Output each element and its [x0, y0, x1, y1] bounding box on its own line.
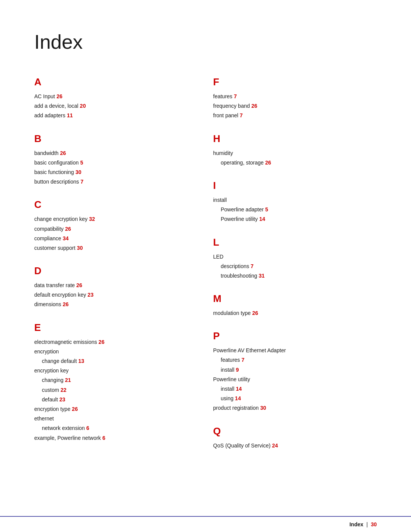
entry-text: electromagnetic emissions [34, 339, 99, 345]
index-entry: basic functioning 30 [34, 168, 198, 177]
entry-text: add a device, local [34, 103, 80, 109]
index-entry: add adapters 11 [34, 111, 198, 120]
section-q: QQoS (Quality of Service) 24 [213, 425, 377, 451]
index-columns: AAC Input 26add a device, local 20add ad… [34, 76, 377, 463]
index-entry: modulation type 26 [213, 308, 377, 318]
entry-page-num: 14 [235, 395, 241, 401]
entry-page-num: 26 [72, 406, 78, 412]
section-letter: I [213, 180, 377, 192]
entry-page-num: 5 [265, 206, 268, 212]
entry-page-num: 20 [80, 103, 86, 109]
entry-text: Powerline utility [213, 376, 250, 382]
page-footer: Index | 30 [0, 516, 411, 532]
section-m: Mmodulation type 26 [213, 293, 377, 318]
entry-text: encryption [34, 348, 59, 355]
entry-page-num: 26 [252, 310, 258, 316]
entry-page-num: 11 [67, 112, 73, 118]
entry-page-num: 26 [76, 282, 83, 288]
index-entry: AC Input 26 [34, 92, 198, 101]
section-letter: A [34, 76, 198, 88]
entry-page-num: 13 [78, 358, 84, 364]
entry-page-num: 7 [240, 112, 243, 118]
index-entry: encryption key [34, 366, 198, 375]
index-entry: ethernet [34, 414, 198, 423]
entry-page-num: 34 [63, 235, 69, 241]
entry-page-num: 30 [260, 405, 266, 411]
section-d: Ddata transfer rate 26default encryption… [34, 265, 198, 310]
entry-text: compatibility [34, 226, 65, 232]
index-entry: encryption [34, 347, 198, 356]
section-c: Cchange encryption key 32compatibility 2… [34, 199, 198, 253]
entry-text: Powerline adapter [221, 206, 265, 212]
index-entry: basic configuration 5 [34, 158, 198, 168]
section-a: AAC Input 26add a device, local 20add ad… [34, 76, 198, 121]
entry-text: compliance [34, 235, 63, 241]
entry-text: changing [42, 377, 65, 383]
entry-text: dimensions [34, 301, 63, 307]
entry-text: install [221, 386, 236, 392]
entry-page-num: 26 [65, 226, 71, 232]
entry-text: features [213, 93, 234, 99]
page-title: Index [34, 30, 377, 53]
entry-text: front panel [213, 112, 240, 118]
section-f: Ffeatures 7frequency band 26front panel … [213, 76, 377, 121]
section-letter: Q [213, 425, 377, 437]
entry-page-num: 14 [236, 386, 242, 392]
page: Index AAC Input 26add a device, local 20… [0, 0, 411, 532]
index-entry: customer support 30 [34, 243, 198, 253]
entry-text: features [221, 357, 241, 363]
index-entry: add a device, local 20 [34, 101, 198, 111]
entry-text: descriptions [221, 263, 251, 269]
entry-page-num: 26 [265, 160, 271, 166]
entry-text: change default [42, 358, 78, 364]
entry-page-num: 26 [251, 103, 257, 109]
entry-text: basic configuration [34, 160, 80, 166]
entry-page-num: 23 [59, 396, 65, 403]
section-letter: P [213, 330, 377, 342]
entry-text: data transfer rate [34, 282, 76, 288]
entry-text: humidity [213, 150, 233, 156]
section-h: Hhumidityoperating, storage 26 [213, 133, 377, 168]
section-letter: H [213, 133, 377, 145]
section-p: PPowerline AV Ethernet Adapterfeatures 7… [213, 330, 377, 413]
index-entry: data transfer rate 26 [34, 281, 198, 290]
footer-pipe: | [366, 521, 368, 527]
entry-text: basic functioning [34, 169, 75, 175]
section-letter: C [34, 199, 198, 211]
section-b: Bbandwidth 26basic configuration 5basic … [34, 133, 198, 187]
index-entry: troubleshooting 31 [213, 271, 377, 281]
left-column: AAC Input 26add a device, local 20add ad… [34, 76, 198, 463]
index-entry: dimensions 26 [34, 300, 198, 309]
index-entry: custom 22 [34, 385, 198, 395]
entry-page-num: 6 [102, 435, 105, 441]
index-entry: compatibility 26 [34, 224, 198, 234]
index-entry: example, Powerline network 6 [34, 433, 198, 443]
entry-text: AC Input [34, 93, 56, 99]
entry-text: install [213, 197, 227, 203]
entry-page-num: 26 [60, 150, 66, 156]
entry-page-num: 30 [77, 245, 83, 251]
index-entry: features 7 [213, 355, 377, 365]
index-entry: Powerline utility 14 [213, 214, 377, 224]
section-letter: D [34, 265, 198, 277]
entry-text: encryption type [34, 406, 72, 412]
entry-text: install [221, 367, 236, 373]
section-l: LLEDdescriptions 7troubleshooting 31 [213, 236, 377, 281]
entry-page-num: 14 [259, 216, 265, 222]
index-entry: product registration 30 [213, 403, 377, 413]
entry-text: product registration [213, 405, 260, 411]
entry-page-num: 30 [75, 169, 81, 175]
entry-page-num: 26 [99, 339, 105, 345]
entry-text: default [42, 396, 59, 403]
entry-text: troubleshooting [221, 273, 259, 279]
entry-text: using [221, 395, 235, 401]
entry-page-num: 7 [241, 357, 244, 363]
index-entry: QoS (Quality of Service) 24 [213, 441, 377, 451]
section-letter: F [213, 76, 377, 88]
section-letter: E [34, 322, 198, 334]
entry-text: modulation type [213, 310, 252, 316]
index-entry: network extension 6 [34, 423, 198, 433]
entry-text: bandwidth [34, 150, 60, 156]
index-entry: install 14 [213, 384, 377, 394]
entry-page-num: 5 [80, 160, 83, 166]
